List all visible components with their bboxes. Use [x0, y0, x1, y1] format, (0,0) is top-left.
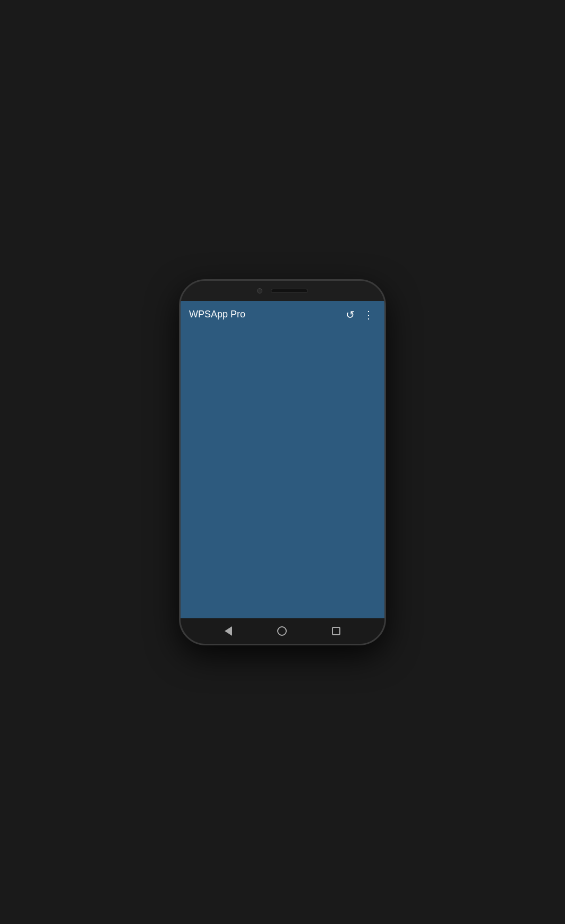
home-nav-icon[interactable] [277, 626, 287, 636]
phone-screen: WPSApp Pro ↻ ⋮ 📶 Network_1 -45 dBm [181, 301, 384, 618]
phone-body: WPSApp Pro ↻ ⋮ 📶 Network_1 -45 dBm [179, 279, 386, 645]
front-camera [257, 288, 262, 293]
navigation-bar [181, 618, 384, 644]
app-title: WPSApp Pro [189, 309, 339, 320]
more-options-icon[interactable]: ⋮ [361, 306, 376, 323]
refresh-icon[interactable]: ↻ [344, 306, 357, 323]
back-nav-icon[interactable] [225, 626, 232, 636]
power-button[interactable] [385, 355, 386, 387]
recents-nav-icon[interactable] [332, 627, 340, 635]
phone-top-bar [181, 281, 384, 301]
app-bar: WPSApp Pro ↻ ⋮ [181, 301, 384, 329]
volume-down-button[interactable] [179, 374, 180, 395]
volume-up-button[interactable] [179, 344, 180, 366]
phone-device: WPSApp Pro ↻ ⋮ 📶 Network_1 -45 dBm [168, 277, 397, 648]
earpiece-speaker [271, 289, 308, 293]
